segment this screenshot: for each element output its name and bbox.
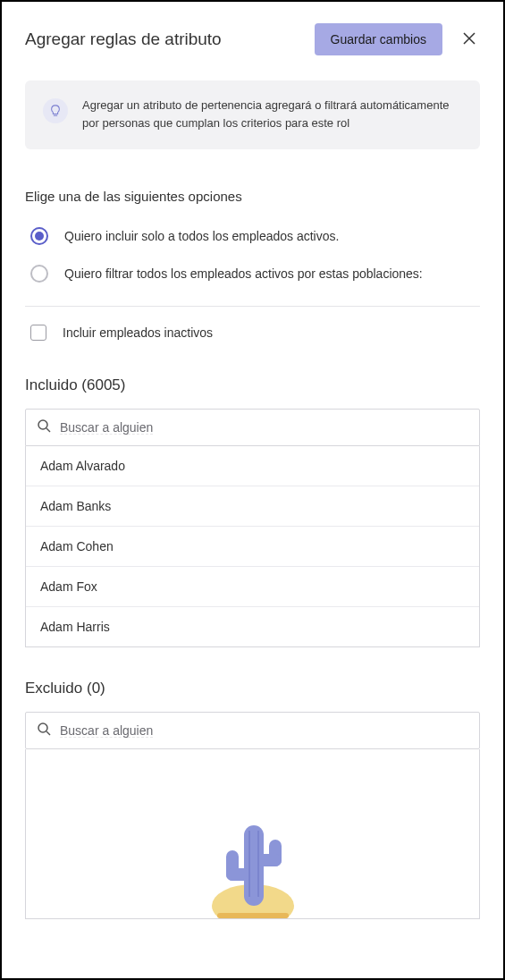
radio-label: Quiero incluir solo a todos los empleado… [64,229,339,243]
excluded-search-input[interactable] [60,723,468,738]
list-item[interactable]: Adam Fox [26,567,479,607]
info-text: Agregar un atributo de pertenencia agreg… [82,97,462,131]
checkbox-label: Incluir empleados inactivos [63,325,213,340]
list-item[interactable]: Adam Alvarado [26,446,479,486]
radio-label: Quiero filtrar todos los empleados activ… [64,266,423,281]
cactus-illustration [199,798,307,919]
svg-rect-9 [257,854,282,866]
page-title: Agregar reglas de atributo [25,30,222,49]
radio-icon [30,265,48,283]
included-search-row[interactable] [25,409,480,446]
list-item[interactable]: Adam Cohen [26,527,479,567]
excluded-search-row[interactable] [25,712,480,749]
included-title: Incluido (6005) [25,376,480,394]
radio-include-all-active[interactable]: Quiero incluir solo a todos los empleado… [30,227,480,245]
svg-point-0 [38,420,47,429]
included-search-input[interactable] [60,420,468,435]
info-banner: Agregar un atributo de pertenencia agreg… [25,80,480,149]
checkbox-include-inactive[interactable]: Incluir empleados inactivos [25,325,480,341]
checkbox-icon [30,325,46,341]
divider [25,306,480,307]
lightbulb-icon [43,98,68,123]
options-heading: Elige una de las siguientes opciones [25,189,480,204]
list-item[interactable]: Adam Banks [26,486,479,527]
search-icon [37,722,51,739]
close-icon [462,31,476,48]
radio-icon [30,227,48,245]
excluded-title: Excluido (0) [25,680,480,697]
svg-line-1 [46,428,50,432]
search-icon [37,418,51,436]
included-list: Adam Alvarado Adam Banks Adam Cohen Adam… [25,446,480,647]
radio-filter-by-population[interactable]: Quiero filtrar todos los empleados activ… [30,265,480,283]
svg-rect-7 [226,868,251,881]
close-button[interactable] [459,28,480,52]
list-item[interactable]: Adam Harris [26,607,479,646]
excluded-empty-state [25,749,480,919]
svg-line-3 [46,731,50,735]
save-button[interactable]: Guardar cambios [315,23,442,55]
svg-point-2 [38,723,47,732]
svg-rect-12 [217,913,289,918]
